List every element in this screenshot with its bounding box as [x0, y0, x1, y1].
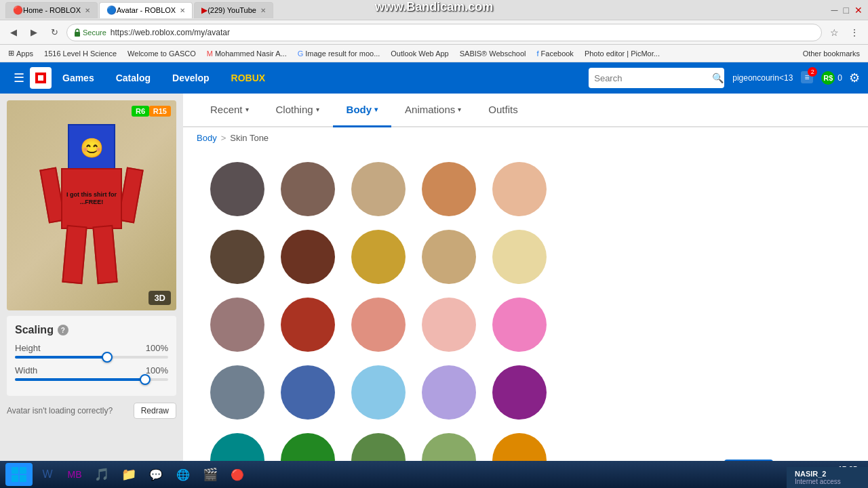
shirt-text: I got this shirt for ...FREE!	[65, 191, 118, 206]
skin-tone-circle[interactable]	[422, 162, 476, 216]
tab-youtube-close[interactable]: ✕	[260, 7, 266, 14]
nav-games[interactable]: Games	[52, 62, 105, 94]
breadcrumb-parent[interactable]: Body	[197, 133, 217, 143]
bookmark-mohammed-label: Mohammed Nasir A...	[215, 49, 287, 58]
r6-badge[interactable]: R6	[132, 106, 149, 117]
nav-search-container: 🔍	[589, 68, 724, 88]
tab-home-label: Home - ROBLOX	[23, 6, 81, 14]
notification-btn[interactable]: ≡ 2	[800, 70, 814, 87]
skin-tone-circle[interactable]	[422, 365, 476, 420]
taskbar-vlc[interactable]: 🎬	[198, 463, 222, 486]
tab-outfits[interactable]: Outfits	[475, 94, 531, 127]
tab-clothing[interactable]: Clothing ▾	[262, 94, 333, 127]
search-icon[interactable]: 🔍	[712, 73, 724, 83]
breadcrumb-separator: >	[221, 133, 226, 143]
nav-username[interactable]: pigeoncourin<13	[732, 73, 793, 83]
bookmark-btn[interactable]: ☆	[826, 24, 842, 41]
taskbar-chrome[interactable]: 🌐	[171, 463, 195, 486]
lock-icon	[74, 28, 81, 37]
tab-animations[interactable]: Animations ▾	[391, 94, 475, 127]
bookmark-1516-label: 1516 Level H Science	[44, 49, 117, 58]
address-text: https://web.roblox.com/my/avatar	[111, 28, 814, 37]
skin-tone-circle[interactable]	[210, 365, 264, 420]
r15-badge[interactable]: R15	[149, 106, 171, 117]
main-content: R6 R15 😊 I got this shirt for ...FREE!	[0, 94, 868, 488]
skin-tone-circle[interactable]	[492, 298, 547, 352]
skin-tone-circle[interactable]	[351, 298, 406, 352]
menu-btn[interactable]: ⋮	[846, 24, 863, 41]
taskbar-mb[interactable]: MB	[62, 463, 87, 486]
scaling-info-icon[interactable]: ?	[58, 325, 68, 336]
skin-tone-circle[interactable]	[281, 230, 335, 284]
hamburger-menu[interactable]: ☰	[8, 65, 30, 91]
back-button[interactable]: ◀	[5, 24, 22, 41]
skin-tone-circle[interactable]	[210, 162, 264, 216]
nav-links: Games Catalog Develop ROBUX	[52, 62, 589, 94]
bookmark-gasco[interactable]: Welcome to GASCO	[125, 48, 199, 59]
tab-home[interactable]: 🔴 Home - ROBLOX ✕	[5, 2, 98, 18]
settings-icon[interactable]: ⚙	[849, 70, 860, 85]
bookmark-outlook[interactable]: Outlook Web App	[388, 48, 451, 59]
skin-tone-circle[interactable]	[351, 365, 406, 420]
nasir-label: NASIR_2	[795, 470, 860, 478]
tab-recent[interactable]: Recent ▾	[197, 94, 262, 127]
width-slider-fill	[15, 378, 145, 381]
nav-robux[interactable]: ROBUX	[220, 62, 277, 94]
bookmark-apps[interactable]: ⊞ Apps	[5, 47, 36, 59]
address-bar[interactable]: Secure https://web.roblox.com/my/avatar	[66, 24, 822, 41]
svg-rect-5	[20, 467, 26, 474]
bookmark-photo[interactable]: Photo editor | PicMor...	[582, 48, 663, 59]
tab-youtube-favicon: ▶	[201, 5, 208, 15]
robux-count: 0	[837, 73, 842, 83]
height-slider-thumb[interactable]	[102, 352, 113, 363]
skin-tone-circle[interactable]	[281, 162, 335, 216]
tab-avatar-close[interactable]: ✕	[180, 7, 185, 14]
refresh-button[interactable]: ↻	[46, 24, 62, 41]
bookmark-facebook[interactable]: f Facebook	[534, 48, 576, 59]
nav-catalog[interactable]: Catalog	[105, 62, 161, 94]
skin-tone-circle[interactable]	[422, 298, 476, 352]
bookmark-image[interactable]: G Image result for moo...	[295, 48, 383, 59]
skin-tone-circle[interactable]	[351, 162, 406, 216]
close-btn[interactable]: ✕	[854, 5, 863, 16]
taskbar-folder[interactable]: 📁	[117, 463, 141, 486]
robux-display[interactable]: R$ 0	[821, 71, 842, 85]
tab-avatar[interactable]: 🔵 Avatar - ROBLOX ✕	[99, 2, 193, 18]
skin-tone-circle[interactable]	[281, 298, 335, 352]
taskbar-word[interactable]: W	[35, 463, 60, 486]
skin-tone-circle[interactable]	[351, 230, 406, 284]
tab-youtube[interactable]: ▶ (229) YouTube ✕	[194, 2, 273, 18]
maximize-btn[interactable]: □	[844, 5, 849, 16]
animations-dropdown-arrow: ▾	[458, 106, 461, 113]
skin-tone-circle[interactable]	[422, 230, 476, 284]
skin-tone-circle[interactable]	[492, 365, 547, 420]
taskbar-media[interactable]: 🎵	[90, 463, 114, 486]
avatar-left-leg	[62, 225, 87, 284]
width-slider-thumb[interactable]	[140, 374, 151, 385]
skin-tone-circle[interactable]	[492, 230, 547, 284]
bookmark-other[interactable]: Other bookmarks	[800, 48, 863, 59]
height-value: 100%	[146, 343, 168, 353]
apps-icon: ⊞	[8, 49, 14, 58]
tab-body[interactable]: Body ▾	[333, 94, 392, 127]
start-button[interactable]	[5, 463, 33, 486]
nav-develop[interactable]: Develop	[161, 62, 220, 94]
search-input[interactable]	[594, 73, 708, 83]
bookmark-sabis[interactable]: SABIS® Webschool	[457, 48, 529, 59]
skin-tone-circle[interactable]	[281, 365, 335, 420]
bookmark-1516[interactable]: 1516 Level H Science	[41, 48, 119, 59]
minimize-btn[interactable]: ─	[831, 5, 838, 16]
forward-button[interactable]: ▶	[26, 24, 42, 41]
tab-avatar-favicon: 🔵	[106, 5, 117, 15]
taskbar-roblox[interactable]: 🔴	[225, 463, 250, 486]
clothing-dropdown-arrow: ▾	[316, 106, 319, 113]
skin-tone-circle[interactable]	[210, 298, 264, 352]
taskbar-discord[interactable]: 💬	[144, 463, 168, 486]
tab-home-close[interactable]: ✕	[85, 7, 90, 14]
redraw-button[interactable]: Redraw	[134, 403, 176, 419]
bookmark-mohammed[interactable]: M Mohammed Nasir A...	[204, 48, 290, 59]
secure-label: Secure	[83, 28, 106, 37]
skin-tone-circle[interactable]	[210, 230, 264, 284]
width-scaling-row: Width 100%	[15, 365, 168, 381]
skin-tone-circle[interactable]	[492, 162, 547, 216]
